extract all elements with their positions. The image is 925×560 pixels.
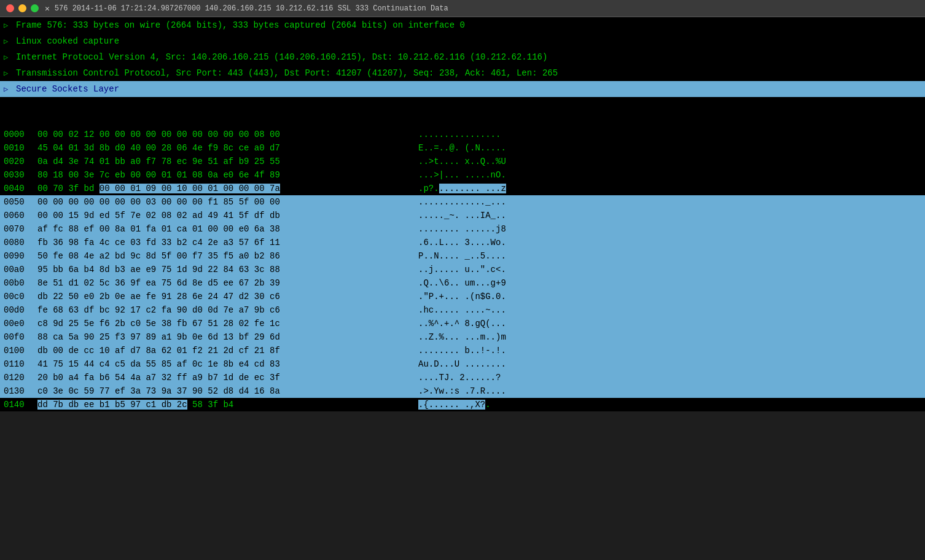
hex-bytes: 95 bb 6a b4 8d b3 ae e9 75 1d 9d 22 84 6… xyxy=(37,265,418,274)
hex-bytes: 50 fe 08 4e a2 bd 9c 8d 5f 00 f7 35 f5 a… xyxy=(37,251,418,261)
hex-offset: 00d0 xyxy=(4,305,37,315)
window-title: 576 2014-11-06 17:21:24.987267000 140.20… xyxy=(55,4,448,13)
hex-row[interactable]: 00f0 88 ca 5a 90 25 f3 97 89 a1 9b 0e 6d… xyxy=(0,330,925,344)
minimize-button[interactable] xyxy=(18,4,26,12)
hex-row[interactable]: 0050 00 00 00 00 00 00 00 03 00 00 00 f1… xyxy=(0,195,925,209)
hex-ascii: .>.Yw.:s .7.R.... xyxy=(418,386,506,396)
hex-bytes: c0 3e 0c 59 77 ef 3a 73 9a 37 90 52 d8 d… xyxy=(37,386,418,396)
hex-offset: 0050 xyxy=(4,197,37,207)
hex-row[interactable]: 00b0 8e 51 d1 02 5c 36 9f ea 75 6d 8e d5… xyxy=(0,276,925,290)
detail-rows: ▷Frame 576: 333 bytes on wire (2664 bits… xyxy=(0,17,925,81)
hex-ascii: .hc..... ....~... xyxy=(418,305,506,315)
hex-bytes: 8e 51 d1 02 5c 36 9f ea 75 6d 8e d5 ee 6… xyxy=(37,278,418,288)
hex-bytes: 41 75 15 44 c4 c5 da 55 85 af 0c 1e 8b e… xyxy=(37,359,418,369)
hex-ascii: ....TJ. 2......? xyxy=(418,373,501,383)
hex-row[interactable]: 0140 dd 7b db ee b1 b5 97 c1 db 2c 58 3f… xyxy=(0,398,925,411)
hex-bytes: 88 ca 5a 90 25 f3 97 89 a1 9b 0e 6d 13 b… xyxy=(37,332,418,342)
hex-ascii: ..Z.%... ...m..)m xyxy=(418,332,506,342)
hex-offset: 0000 xyxy=(4,130,37,139)
hex-offset: 0010 xyxy=(4,143,37,153)
hex-bytes: af fc 88 ef 00 8a 01 fa 01 ca 01 00 00 e… xyxy=(37,224,418,234)
hex-ascii: E..=..@. (.N..... xyxy=(418,143,506,153)
detail-row-ip[interactable]: ▷Internet Protocol Version 4, Src: 140.2… xyxy=(0,49,925,65)
hex-offset: 0090 xyxy=(4,251,37,261)
hex-row[interactable]: 0090 50 fe 08 4e a2 bd 9c 8d 5f 00 f7 35… xyxy=(0,249,925,263)
hex-ascii: ................ xyxy=(418,130,501,139)
spacer xyxy=(0,97,925,115)
hex-bytes: db 00 de cc 10 af d7 8a 62 01 f2 21 2d c… xyxy=(37,346,418,356)
hex-ascii: ..j..... u..".c<. xyxy=(418,265,506,274)
hex-offset: 0080 xyxy=(4,238,37,247)
detail-text-frame: Frame 576: 333 bytes on wire (2664 bits)… xyxy=(16,20,465,30)
close-button[interactable] xyxy=(6,4,14,12)
detail-row-frame[interactable]: ▷Frame 576: 333 bytes on wire (2664 bits… xyxy=(0,17,925,33)
hex-offset: 00a0 xyxy=(4,265,37,274)
hex-row[interactable]: 0060 00 00 15 9d ed 5f 7e 02 08 02 ad 49… xyxy=(0,209,925,222)
hex-row[interactable]: 00a0 95 bb 6a b4 8d b3 ae e9 75 1d 9d 22… xyxy=(0,263,925,276)
hex-ascii: .p?......... ...z xyxy=(418,184,506,193)
detail-text-tcp: Transmission Control Protocol, Src Port:… xyxy=(16,68,558,78)
hex-bytes: fe 68 63 df bc 92 17 c2 fa 90 d0 0d 7e a… xyxy=(37,305,418,315)
hex-rows: 0000 00 00 02 12 00 00 00 00 00 00 00 00… xyxy=(0,128,925,411)
hex-bytes: 00 70 3f bd 00 00 01 09 00 10 00 01 00 0… xyxy=(37,184,418,193)
hex-ascii: ..>t.... x..Q..%U xyxy=(418,157,506,166)
hex-row[interactable]: 0040 00 70 3f bd 00 00 01 09 00 10 00 01… xyxy=(0,182,925,195)
hex-row[interactable]: 00e0 c8 9d 25 5e f6 2b c0 5e 38 fb 67 51… xyxy=(0,317,925,330)
hex-offset: 0020 xyxy=(4,157,37,166)
hex-row[interactable]: 0130 c0 3e 0c 59 77 ef 3a 73 9a 37 90 52… xyxy=(0,384,925,398)
hex-offset: 0120 xyxy=(4,373,37,383)
ssl-label: Secure Sockets Layer xyxy=(16,84,119,94)
hex-bytes: 0a d4 3e 74 01 bb a0 f7 78 ec 9e 51 af b… xyxy=(37,157,418,166)
hex-offset: 0030 xyxy=(4,170,37,180)
hex-bytes: fb 36 98 fa 4c ce 03 fd 33 b2 c4 2e a3 5… xyxy=(37,238,418,247)
hex-dump-area: 0000 00 00 02 12 00 00 00 00 00 00 00 00… xyxy=(0,128,925,411)
hex-offset: 0060 xyxy=(4,211,37,220)
hex-ascii: ....._~. ...IA_.. xyxy=(418,211,506,220)
expand-arrow-ip: ▷ xyxy=(4,53,12,62)
ssl-row[interactable]: ▷ Secure Sockets Layer xyxy=(0,81,925,97)
hex-ascii: .6..L... 3....Wo. xyxy=(418,238,506,247)
hex-offset: 00f0 xyxy=(4,332,37,342)
hex-offset: 00e0 xyxy=(4,319,37,329)
hex-row[interactable]: 0020 0a d4 3e 74 01 bb a0 f7 78 ec 9e 51… xyxy=(0,155,925,168)
detail-row-linux[interactable]: ▷Linux cooked capture xyxy=(0,33,925,49)
detail-text-ip: Internet Protocol Version 4, Src: 140.20… xyxy=(16,52,547,62)
hex-ascii: .{...... .,X?. xyxy=(418,400,491,410)
hex-row[interactable]: 00c0 db 22 50 e0 2b 0e ae fe 91 28 6e 24… xyxy=(0,290,925,303)
packet-detail-pane: ▷Frame 576: 333 bytes on wire (2664 bits… xyxy=(0,17,925,411)
hex-row[interactable]: 0080 fb 36 98 fa 4c ce 03 fd 33 b2 c4 2e… xyxy=(0,236,925,249)
hex-bytes: 00 00 00 00 00 00 00 03 00 00 00 f1 85 5… xyxy=(37,197,418,207)
hex-ascii: .Q..\6.. um...g+9 xyxy=(418,278,506,288)
hex-row[interactable]: 0070 af fc 88 ef 00 8a 01 fa 01 ca 01 00… xyxy=(0,222,925,236)
hex-offset: 0040 xyxy=(4,184,37,193)
hex-bytes: dd 7b db ee b1 b5 97 c1 db 2c 58 3f b4 xyxy=(37,400,418,410)
hex-bytes: c8 9d 25 5e f6 2b c0 5e 38 fb 67 51 28 0… xyxy=(37,319,418,329)
wireshark-icon: ✕ xyxy=(45,4,50,14)
hex-row[interactable]: 0120 20 b0 a4 fa b6 54 4a a7 32 ff a9 b7… xyxy=(0,371,925,384)
hex-bytes: db 22 50 e0 2b 0e ae fe 91 28 6e 24 47 d… xyxy=(37,292,418,301)
hex-offset: 00c0 xyxy=(4,292,37,301)
hex-row[interactable]: 0100 db 00 de cc 10 af d7 8a 62 01 f2 21… xyxy=(0,344,925,357)
maximize-button[interactable] xyxy=(31,4,39,12)
hex-row[interactable]: 00d0 fe 68 63 df bc 92 17 c2 fa 90 d0 0d… xyxy=(0,303,925,317)
hex-row[interactable]: 0010 45 04 01 3d 8b d0 40 00 28 06 4e f9… xyxy=(0,141,925,155)
hex-ascii: ...>|... .....nO. xyxy=(418,170,506,180)
hex-offset: 0140 xyxy=(4,400,37,410)
hex-offset: 0110 xyxy=(4,359,37,369)
hex-ascii: P..N.... _..5.... xyxy=(418,251,506,261)
hex-bytes: 00 00 02 12 00 00 00 00 00 00 00 00 00 0… xyxy=(37,130,418,139)
detail-text-linux: Linux cooked capture xyxy=(16,36,119,46)
detail-row-tcp[interactable]: ▷Transmission Control Protocol, Src Port… xyxy=(0,65,925,81)
hex-ascii: ............._... xyxy=(418,197,506,207)
hex-ascii: ........ b..!-.!. xyxy=(418,346,506,356)
hex-offset: 00b0 xyxy=(4,278,37,288)
title-bar: ✕ 576 2014-11-06 17:21:24.987267000 140.… xyxy=(0,0,925,17)
hex-row[interactable]: 0110 41 75 15 44 c4 c5 da 55 85 af 0c 1e… xyxy=(0,357,925,371)
hex-row[interactable]: 0000 00 00 02 12 00 00 00 00 00 00 00 00… xyxy=(0,128,925,141)
hex-offset: 0070 xyxy=(4,224,37,234)
hex-ascii: ."P.+... .(n$G.0. xyxy=(418,292,506,301)
window-controls xyxy=(6,4,39,12)
hex-ascii: Au.D...U ........ xyxy=(418,359,506,369)
hex-bytes: 20 b0 a4 fa b6 54 4a a7 32 ff a9 b7 1d d… xyxy=(37,373,418,383)
hex-row[interactable]: 0030 80 18 00 3e 7c eb 00 00 01 01 08 0a… xyxy=(0,168,925,182)
